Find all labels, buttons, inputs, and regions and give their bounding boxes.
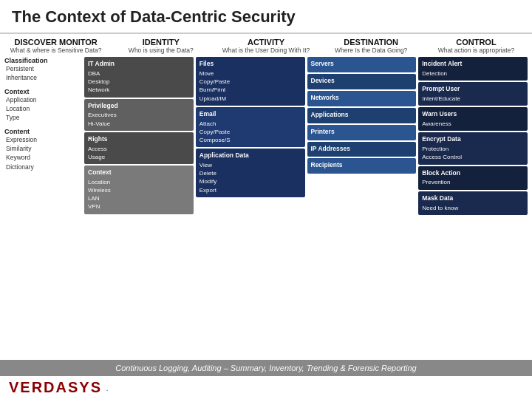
column-headers: DISCOVER MONITOR What & where is Sensiti…: [0, 34, 532, 57]
dest-block-devices: Devices: [307, 74, 417, 89]
col-header-activity: ACTIVITY What is the User Doing With It?: [214, 38, 317, 55]
col-ctrl-main: CONTROL: [425, 38, 528, 47]
ctrl-block-encrypt: Encrypt Data ProtectionAccess Control: [418, 132, 528, 164]
col-activity-sub: What is the User Doing With It?: [214, 47, 317, 55]
logo-area: VERDASYS .: [0, 376, 532, 399]
identity-block-rights: Rights AccessUsage: [84, 132, 194, 164]
col-header-discover: DISCOVER MONITOR What & where is Sensiti…: [4, 38, 107, 55]
bottom-bar-text: Continuous Logging, Auditing – Summary, …: [115, 364, 416, 372]
dest-block-applications: Applications: [307, 108, 417, 123]
ctrl-block-incident: Incident Alert Detection: [418, 57, 528, 81]
identity-block-privileged: Privileged ExecutivesHi-Value: [84, 99, 194, 131]
col-activity-main: ACTIVITY: [214, 38, 317, 47]
discover-group-content: Content ExpressionSimilarityKeywordDicti…: [4, 128, 82, 171]
activity-column: Files MoveCopy/PasteBurn/PrintUpload/IM …: [196, 57, 305, 358]
page-title: The Context of Data-Centric Security: [12, 7, 520, 27]
context-items: ApplicationLocationType: [4, 95, 82, 123]
main-section: Classification PersistentInheritance Con…: [0, 57, 532, 360]
classification-label: Classification: [4, 57, 48, 64]
control-column: Incident Alert Detection Prompt User Int…: [418, 57, 528, 358]
arrow-columns: IT Admin DBADesktopNetwork Privileged Ex…: [84, 57, 528, 358]
identity-column: IT Admin DBADesktopNetwork Privileged Ex…: [84, 57, 194, 358]
col-discover-main: DISCOVER MONITOR: [4, 38, 107, 47]
ctrl-block-prompt: Prompt User Intent/Educate: [418, 82, 528, 106]
identity-block-itadmin: IT Admin DBADesktopNetwork: [84, 57, 194, 97]
page: The Context of Data-Centric Security DIS…: [0, 0, 532, 399]
logo-text: VERDASYS: [9, 379, 102, 396]
ctrl-block-mask: Mask Data Need to know: [418, 191, 528, 215]
content-label: Content: [4, 128, 30, 135]
col-identity-main: IDENTITY: [109, 38, 212, 47]
col-header-destination: DESTINATION Where Is the Data Going?: [320, 38, 423, 55]
dest-block-recipients: Recipients: [307, 158, 417, 174]
logo-tagline: .: [106, 383, 109, 392]
col-discover-sub: What & where is Sensitive Data?: [4, 47, 107, 55]
col-dest-sub: Where Is the Data Going?: [320, 47, 423, 55]
activity-block-appdata: Application Data ViewDeleteModifyExport: [196, 149, 305, 197]
col-header-control: CONTROL What action is appropriate?: [425, 38, 528, 55]
context-label: Context: [4, 88, 30, 95]
col-header-identity: IDENTITY Who is using the Data?: [109, 38, 212, 55]
ctrl-block-block: Block Action Prevention: [418, 166, 528, 190]
dest-block-networks: Networks: [307, 91, 417, 106]
activity-block-email: Email AttachCopy/PasteCompose/S: [196, 107, 305, 147]
ctrl-block-warn: Warn Users Awareness: [418, 107, 528, 131]
header: The Context of Data-Centric Security: [0, 0, 532, 34]
activity-block-files: Files MoveCopy/PasteBurn/PrintUpload/IM: [196, 57, 305, 106]
col-dest-main: DESTINATION: [320, 38, 423, 47]
col-ctrl-sub: What action is appropriate?: [425, 47, 528, 55]
dest-block-servers: Servers: [307, 57, 417, 72]
bottom-bar: Continuous Logging, Auditing – Summary, …: [0, 360, 532, 376]
classification-items: PersistentInheritance: [4, 64, 82, 83]
discover-group-context: Context ApplicationLocationType: [4, 88, 82, 123]
discover-column: Classification PersistentInheritance Con…: [4, 57, 82, 358]
col-identity-sub: Who is using the Data?: [109, 47, 212, 55]
content-items: ExpressionSimilarityKeywordDictionary: [4, 135, 82, 171]
dest-block-printers: Printers: [307, 125, 417, 140]
dest-block-ipaddresses: IP Addresses: [307, 142, 417, 157]
discover-group-classification: Classification PersistentInheritance: [4, 57, 82, 83]
destination-column: Servers Devices Networks Applications Pr…: [307, 57, 417, 358]
identity-block-context: Context LocationWirelessLANVPN: [84, 166, 194, 214]
